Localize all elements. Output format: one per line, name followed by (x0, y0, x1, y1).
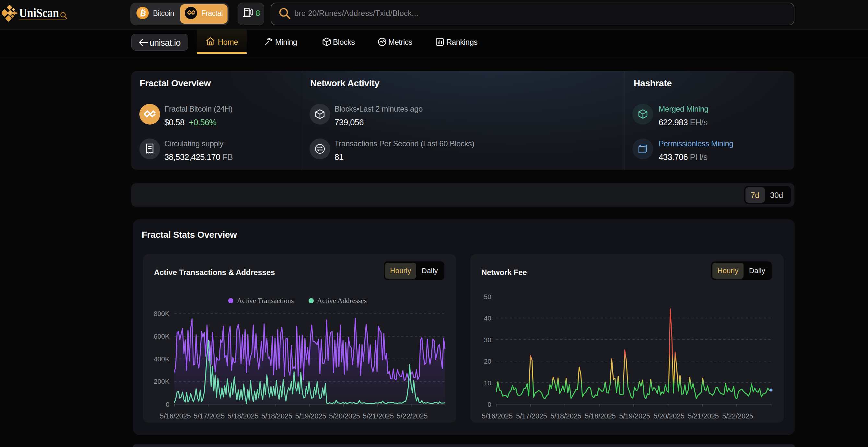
svg-text:5/18/2025: 5/18/2025 (585, 412, 616, 420)
svg-text:5/16/2025: 5/16/2025 (482, 412, 513, 420)
svg-text:0: 0 (166, 400, 169, 408)
svg-text:5/22/2025: 5/22/2025 (397, 412, 428, 420)
svg-text:50: 50 (484, 293, 491, 300)
svg-text:5/22/2025: 5/22/2025 (722, 412, 753, 420)
svg-text:5/16/2025: 5/16/2025 (160, 412, 191, 420)
svg-text:5/17/2025: 5/17/2025 (194, 412, 225, 420)
svg-text:800K: 800K (154, 310, 169, 317)
svg-text:5/21/2025: 5/21/2025 (688, 412, 719, 420)
svg-text:20: 20 (484, 357, 491, 365)
svg-text:30: 30 (484, 336, 491, 344)
svg-text:200K: 200K (154, 378, 169, 385)
svg-text:0: 0 (488, 400, 491, 408)
svg-text:Active Transactions: Active Transactions (237, 297, 293, 305)
svg-text:400K: 400K (154, 355, 169, 363)
svg-text:5/18/2025: 5/18/2025 (261, 412, 292, 420)
svg-text:10: 10 (484, 379, 491, 387)
svg-text:40: 40 (484, 314, 491, 322)
svg-text:Active Addresses: Active Addresses (317, 297, 367, 305)
svg-text:5/19/2025: 5/19/2025 (619, 412, 650, 420)
svg-text:5/19/2025: 5/19/2025 (295, 412, 327, 420)
svg-text:5/20/2025: 5/20/2025 (329, 412, 360, 420)
svg-text:5/18/2025: 5/18/2025 (227, 412, 259, 420)
svg-text:5/17/2025: 5/17/2025 (516, 412, 547, 420)
svg-text:5/18/2025: 5/18/2025 (550, 412, 582, 420)
svg-text:600K: 600K (154, 332, 169, 340)
svg-text:5/21/2025: 5/21/2025 (363, 412, 394, 420)
svg-text:5/20/2025: 5/20/2025 (653, 412, 685, 420)
